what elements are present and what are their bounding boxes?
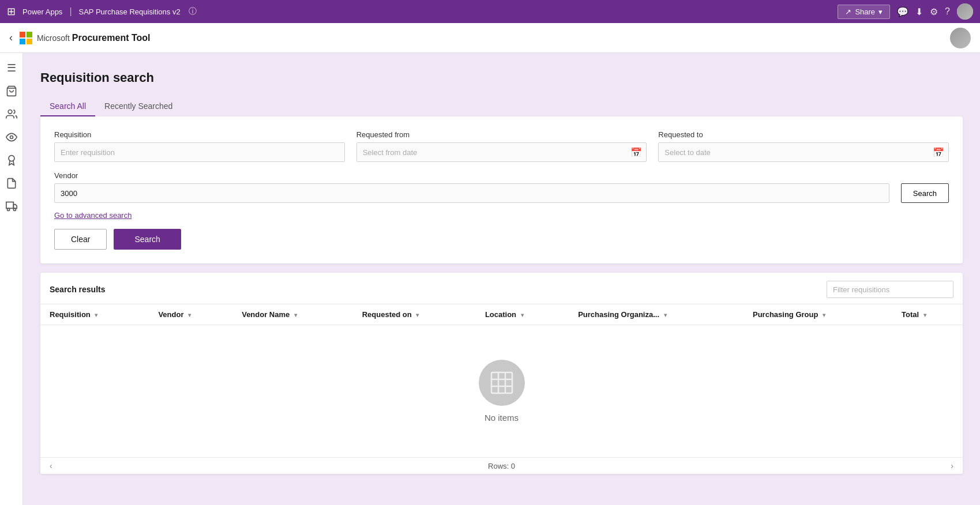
requested-from-wrapper: 📅 — [356, 142, 647, 162]
requested-from-group: Requested from 📅 — [356, 130, 647, 162]
tab-recently-searched[interactable]: Recently Searched — [95, 97, 182, 116]
col-vendor-name-sort: ▾ — [294, 312, 297, 318]
scroll-right-arrow[interactable]: › — [951, 461, 953, 470]
top-bar-left: ⊞ Power Apps | SAP Purchase Requisitions… — [7, 5, 838, 18]
table-header: Requisition ▾ Vendor ▾ Vendor Name ▾ R — [40, 304, 963, 325]
main-layout: ☰ Requisition search Search All Recently… — [0, 53, 980, 505]
requested-from-input[interactable] — [356, 142, 647, 162]
requested-to-input[interactable] — [658, 142, 949, 162]
svg-rect-4 — [6, 202, 13, 209]
results-header: Search results — [40, 273, 963, 304]
col-vendor-name[interactable]: Vendor Name ▾ — [232, 304, 353, 325]
download-icon[interactable]: ⬇ — [915, 6, 923, 17]
top-bar-app-prefix: Power Apps — [22, 7, 62, 16]
clear-button[interactable]: Clear — [54, 229, 107, 250]
results-footer: ‹ Rows: 0 › — [40, 457, 963, 474]
top-bar-app-name: SAP Purchase Requisitions v2 — [79, 7, 181, 16]
col-purchasing-org-sort: ▾ — [664, 312, 667, 318]
help-icon[interactable]: ? — [945, 6, 950, 17]
col-requested-on[interactable]: Requested on ▾ — [353, 304, 476, 325]
sidebar-item-contacts[interactable] — [1, 104, 22, 125]
col-purchasing-group-sort: ▾ — [823, 312, 825, 318]
svg-point-7 — [13, 208, 16, 210]
requisition-input[interactable] — [54, 142, 345, 162]
col-location-sort: ▾ — [521, 312, 524, 318]
share-button[interactable]: ↗ Share ▾ — [838, 5, 890, 19]
settings-icon[interactable]: ⚙ — [930, 6, 938, 17]
ms-logo-green — [27, 32, 32, 37]
svg-point-3 — [9, 156, 14, 161]
col-total-label: Total — [902, 310, 919, 319]
svg-rect-8 — [491, 372, 512, 393]
svg-point-1 — [8, 110, 12, 114]
share-chevron-icon: ▾ — [878, 7, 883, 16]
sidebar-item-menu[interactable]: ☰ — [1, 58, 22, 78]
requested-to-group: Requested to 📅 — [658, 130, 949, 162]
table-header-row: Requisition ▾ Vendor ▾ Vendor Name ▾ R — [40, 304, 963, 325]
header-bar: ‹ Microsoft Procurement Tool — [0, 23, 980, 53]
col-purchasing-org[interactable]: Purchasing Organiza... ▾ — [569, 304, 744, 325]
sidebar-item-truck[interactable] — [1, 196, 22, 217]
ms-logo-red — [20, 32, 25, 37]
col-total[interactable]: Total ▾ — [892, 304, 963, 325]
col-vendor[interactable]: Vendor ▾ — [149, 304, 232, 325]
requested-from-label: Requested from — [356, 130, 647, 139]
vendor-input[interactable] — [54, 183, 889, 203]
vendor-search-button[interactable]: Search — [901, 183, 949, 203]
svg-point-2 — [10, 136, 13, 139]
svg-marker-5 — [13, 205, 17, 209]
col-purchasing-group[interactable]: Purchasing Group ▾ — [744, 304, 892, 325]
tabs: Search All Recently Searched — [40, 97, 963, 116]
sidebar-item-document[interactable] — [1, 173, 22, 194]
col-total-sort: ▾ — [923, 312, 926, 318]
top-bar-right: ↗ Share ▾ 💬 ⬇ ⚙ ? — [838, 3, 973, 20]
top-bar-separator: | — [69, 6, 72, 17]
requisition-group: Requisition — [54, 130, 345, 162]
action-row: Clear Search — [54, 229, 949, 250]
col-requested-on-label: Requested on — [362, 310, 412, 319]
content-area: Requisition search Search All Recently S… — [23, 53, 980, 505]
top-bar: ⊞ Power Apps | SAP Purchase Requisitions… — [0, 0, 980, 23]
col-requisition-sort: ▾ — [95, 312, 97, 318]
search-form-row1: Requisition Requested from 📅 Requested t… — [54, 130, 949, 162]
ms-logo-yellow — [27, 39, 32, 44]
sidebar-item-cart[interactable] — [1, 81, 22, 101]
search-button[interactable]: Search — [114, 229, 181, 250]
waffle-icon[interactable]: ⊞ — [7, 5, 16, 18]
col-location[interactable]: Location ▾ — [476, 304, 569, 325]
results-panel: Search results Requisition ▾ Vendor ▾ — [40, 273, 963, 474]
col-vendor-label: Vendor — [158, 310, 183, 319]
page-title: Requisition search — [40, 70, 963, 85]
requisition-label: Requisition — [54, 130, 345, 139]
requested-to-label: Requested to — [658, 130, 949, 139]
col-vendor-name-label: Vendor Name — [242, 310, 290, 319]
col-requisition[interactable]: Requisition ▾ — [40, 304, 149, 325]
results-table: Requisition ▾ Vendor ▾ Vendor Name ▾ R — [40, 304, 963, 325]
col-purchasing-org-label: Purchasing Organiza... — [578, 310, 659, 319]
col-location-label: Location — [485, 310, 516, 319]
calendar-to-icon[interactable]: 📅 — [933, 147, 944, 158]
header-right — [950, 28, 971, 48]
sidebar-item-eye[interactable] — [1, 127, 22, 148]
share-icon: ↗ — [845, 7, 851, 16]
col-vendor-sort: ▾ — [188, 312, 191, 318]
scroll-left-arrow[interactable]: ‹ — [50, 461, 52, 470]
advanced-search-link[interactable]: Go to advanced search — [54, 211, 132, 220]
chat-icon[interactable]: 💬 — [897, 6, 908, 17]
user-avatar-top[interactable] — [957, 3, 973, 20]
sidebar-item-badge[interactable] — [1, 150, 22, 171]
tab-search-all[interactable]: Search All — [40, 97, 95, 116]
app-title: Procurement Tool — [72, 33, 151, 43]
user-avatar-header[interactable] — [950, 28, 971, 48]
sidebar: ☰ — [0, 53, 23, 505]
calendar-from-icon[interactable]: 📅 — [630, 147, 642, 158]
col-requisition-label: Requisition — [50, 310, 91, 319]
back-button[interactable]: ‹ — [9, 32, 13, 44]
col-purchasing-group-label: Purchasing Group — [753, 310, 818, 319]
filter-input[interactable] — [827, 281, 953, 298]
col-requested-on-sort: ▾ — [416, 312, 419, 318]
info-icon[interactable]: ⓘ — [189, 6, 197, 17]
vendor-label: Vendor — [54, 171, 889, 180]
share-label: Share — [855, 7, 875, 16]
microsoft-logo — [20, 32, 32, 44]
